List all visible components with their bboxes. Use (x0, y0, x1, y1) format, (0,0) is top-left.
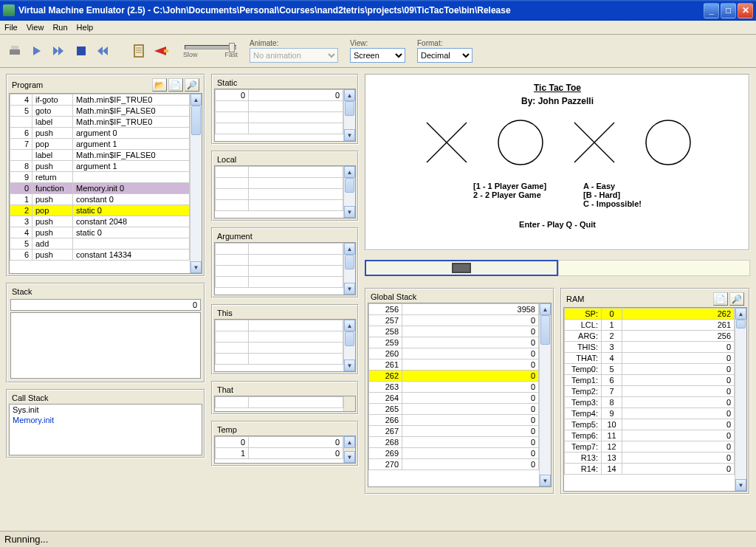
table-row[interactable]: 2563958 (369, 304, 539, 315)
program-row[interactable]: 4pushstatic 0 (10, 227, 190, 238)
table-row[interactable] (216, 343, 343, 354)
table-row[interactable] (216, 200, 343, 211)
program-row[interactable]: 7popargument 1 (10, 139, 190, 150)
table-row[interactable] (216, 320, 343, 331)
open-icon[interactable]: 📂 (152, 78, 167, 92)
maximize-button[interactable]: □ (721, 3, 736, 18)
table-row[interactable] (216, 101, 343, 112)
globalstack-scrollbar[interactable]: ▲▼ (539, 303, 551, 486)
ram-search-icon[interactable]: 🔎 (729, 292, 744, 306)
close-button[interactable]: ✕ (738, 3, 753, 18)
program-row[interactable]: 2popstatic 0 (10, 205, 190, 216)
program-row[interactable]: 6pushconstant 14334 (10, 250, 190, 261)
this-scrollbar[interactable]: ▲▼ (343, 320, 355, 371)
program-row[interactable]: labelMath.min$IF_FALSE0 (10, 150, 190, 161)
table-row[interactable]: 2690 (369, 448, 539, 459)
ram-row[interactable]: Temp4:90 (565, 408, 735, 419)
static-scrollbar[interactable]: ▲▼ (343, 89, 355, 141)
ram-row[interactable]: Temp2:70 (565, 386, 735, 397)
table-row[interactable]: 2670 (369, 426, 539, 437)
ram-row[interactable]: Temp1:60 (565, 375, 735, 386)
speed-slider[interactable] (185, 45, 236, 49)
table-row[interactable] (216, 266, 343, 277)
program-scrollbar[interactable]: ▲▼ (190, 94, 202, 273)
ram-row[interactable]: Temp6:110 (565, 430, 735, 441)
ram-row[interactable]: THIS:30 (565, 342, 735, 353)
table-row[interactable] (216, 189, 343, 200)
table-row[interactable] (216, 112, 343, 123)
table-row[interactable]: 2590 (369, 337, 539, 348)
table-row[interactable]: 2600 (369, 348, 539, 359)
fastforward-button[interactable] (50, 42, 68, 60)
table-row[interactable]: 2570 (369, 315, 539, 326)
ram-scrollbar[interactable]: ▲▼ (735, 308, 746, 491)
ram-row[interactable]: R14:140 (565, 464, 735, 475)
screen-display: Tic Tac Toe By: John Pazzelli [1 - 1 Pla… (365, 74, 750, 251)
ram-row[interactable]: Temp0:50 (565, 364, 735, 375)
view-select[interactable]: Screen (350, 48, 405, 63)
table-row[interactable] (216, 277, 343, 288)
ram-row[interactable]: Temp5:100 (565, 419, 735, 430)
print-button[interactable] (6, 42, 24, 60)
menu-help[interactable]: Help (77, 23, 94, 32)
ram-row[interactable]: THAT:40 (565, 353, 735, 364)
ram-row[interactable]: ARG:2256 (565, 331, 735, 342)
new-icon[interactable]: 📄 (168, 78, 183, 92)
table-row[interactable]: 00 (216, 437, 343, 448)
program-row[interactable]: 5gotoMath.min$IF_FALSE0 (10, 106, 190, 117)
table-row[interactable]: 2610 (369, 359, 539, 371)
rewind-button[interactable] (94, 42, 112, 60)
program-row[interactable]: 5add (10, 238, 190, 250)
table-row[interactable] (216, 397, 343, 408)
ram-row[interactable]: LCL:1261 (565, 320, 735, 331)
table-row[interactable]: 2680 (369, 437, 539, 448)
table-row[interactable]: 2650 (369, 404, 539, 415)
program-row[interactable]: 1pushconstant 0 (10, 194, 190, 205)
program-row[interactable]: 6pushargument 0 (10, 128, 190, 139)
ram-row[interactable]: SP:0262 (565, 309, 735, 320)
local-scrollbar[interactable]: ▲▼ (343, 166, 355, 218)
that-scrollbar[interactable] (343, 396, 355, 411)
table-row[interactable] (216, 123, 343, 134)
step-button[interactable] (28, 42, 46, 60)
table-row[interactable]: 2640 (369, 393, 539, 404)
ram-row[interactable]: Temp7:120 (565, 441, 735, 453)
table-row[interactable]: 2620 (369, 371, 539, 382)
table-row[interactable]: 2660 (369, 415, 539, 426)
argument-scrollbar[interactable]: ▲▼ (343, 243, 355, 295)
program-row[interactable]: 0functionMemory.init 0 (10, 183, 190, 194)
program-row[interactable]: 3pushconstant 2048 (10, 216, 190, 227)
program-row[interactable]: 8pushargument 1 (10, 161, 190, 172)
table-row[interactable] (216, 255, 343, 266)
keyboard-input[interactable] (365, 260, 558, 276)
table-row[interactable] (216, 167, 343, 178)
table-row[interactable] (216, 178, 343, 189)
temp-scrollbar[interactable]: ▲▼ (343, 436, 355, 463)
table-row[interactable]: 2700 (369, 459, 539, 470)
table-row[interactable]: 00 (216, 90, 343, 101)
table-row[interactable]: 2630 (369, 382, 539, 393)
animate-select[interactable]: No animation (250, 48, 338, 63)
callstack-item[interactable]: Sys.init (10, 405, 202, 415)
menu-file[interactable]: File (4, 23, 18, 32)
table-row[interactable]: 2580 (369, 326, 539, 337)
script-button[interactable] (130, 42, 148, 60)
callstack-item[interactable]: Memory.init (10, 415, 202, 425)
stop-button[interactable] (72, 42, 90, 60)
program-row[interactable]: 9return (10, 172, 190, 183)
breakpoint-button[interactable] (152, 42, 170, 60)
ram-row[interactable]: Temp3:80 (565, 397, 735, 408)
ram-row[interactable]: R13:130 (565, 453, 735, 464)
ram-new-icon[interactable]: 📄 (713, 292, 728, 306)
table-row[interactable] (216, 244, 343, 255)
table-row[interactable] (216, 354, 343, 365)
menu-view[interactable]: View (27, 23, 44, 32)
search-icon[interactable]: 🔎 (185, 78, 199, 92)
program-row[interactable]: labelMath.min$IF_TRUE0 (10, 117, 190, 128)
minimize-button[interactable]: _ (704, 3, 719, 18)
menu-run[interactable]: Run (52, 23, 67, 32)
program-row[interactable]: 4if-gotoMath.min$IF_TRUE0 (10, 94, 190, 106)
table-row[interactable]: 10 (216, 448, 343, 459)
table-row[interactable] (216, 331, 343, 343)
format-select[interactable]: Decimal (417, 48, 472, 63)
